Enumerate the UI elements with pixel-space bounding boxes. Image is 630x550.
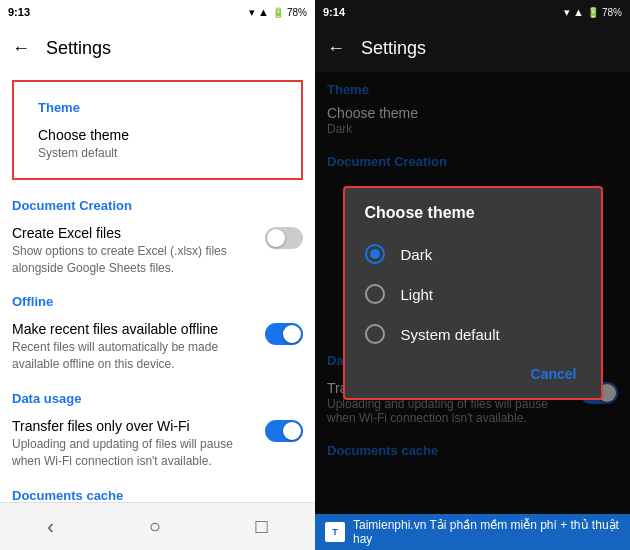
right-back-button[interactable]: ← xyxy=(327,38,345,59)
watermark-logo: T xyxy=(325,522,345,542)
offline-label: Offline xyxy=(0,284,315,313)
right-time: 9:14 xyxy=(323,6,345,18)
theme-dark-label: Dark xyxy=(401,246,433,263)
data-usage-label: Data usage xyxy=(0,381,315,410)
theme-section-label: Theme xyxy=(26,90,289,119)
choose-theme-dialog: Choose theme Dark Light System default C… xyxy=(343,186,603,400)
dialog-title: Choose theme xyxy=(345,204,601,234)
signal-icon: ▲ xyxy=(258,6,269,18)
offline-row[interactable]: Make recent files available offline Rece… xyxy=(0,313,315,381)
wifi-icon: ▾ xyxy=(249,6,255,19)
nav-back-btn[interactable]: ‹ xyxy=(47,515,54,538)
offline-desc: Recent files will automatically be made … xyxy=(12,339,257,373)
doc-creation-label: Document Creation xyxy=(0,188,315,217)
left-status-icons: ▾ ▲ 🔋 78% xyxy=(249,6,307,19)
docs-cache-label: Documents cache xyxy=(0,478,315,502)
create-excel-title: Create Excel files xyxy=(12,225,257,241)
left-bottom-nav: ‹ ○ □ xyxy=(0,502,315,550)
left-page-title: Settings xyxy=(46,38,111,59)
create-excel-row[interactable]: Create Excel files Show options to creat… xyxy=(0,217,315,285)
theme-option-dark[interactable]: Dark xyxy=(345,234,601,274)
right-wifi-icon: ▾ xyxy=(564,6,570,19)
battery-icon: 🔋 xyxy=(272,7,284,18)
dialog-actions: Cancel xyxy=(345,354,601,390)
wifi-row[interactable]: Transfer files only over Wi-Fi Uploading… xyxy=(0,410,315,478)
dialog-cancel-button[interactable]: Cancel xyxy=(523,362,585,386)
right-page-title: Settings xyxy=(361,38,426,59)
wifi-text: Transfer files only over Wi-Fi Uploading… xyxy=(12,418,257,470)
radio-dark xyxy=(365,244,385,264)
create-excel-desc: Show options to create Excel (.xlsx) fil… xyxy=(12,243,257,277)
choose-theme-item[interactable]: Choose theme System default xyxy=(26,119,289,170)
nav-menu-btn[interactable]: □ xyxy=(256,515,268,538)
battery-percent: 78% xyxy=(287,7,307,18)
choose-theme-title: Choose theme xyxy=(38,127,277,143)
offline-toggle[interactable] xyxy=(265,323,303,345)
offline-text: Make recent files available offline Rece… xyxy=(12,321,257,373)
offline-title: Make recent files available offline xyxy=(12,321,257,337)
right-battery-percent: 78% xyxy=(602,7,622,18)
left-time: 9:13 xyxy=(8,6,30,18)
create-excel-toggle[interactable] xyxy=(265,227,303,249)
right-status-icons: ▾ ▲ 🔋 78% xyxy=(564,6,622,19)
radio-light xyxy=(365,284,385,304)
radio-dark-inner xyxy=(370,249,380,259)
left-panel: 9:13 ▾ ▲ 🔋 78% ← Settings Theme Choose t… xyxy=(0,0,315,550)
choose-theme-value: System default xyxy=(38,145,277,162)
right-signal-icon: ▲ xyxy=(573,6,584,18)
wifi-desc: Uploading and updating of files will pau… xyxy=(12,436,257,470)
theme-section-box: Theme Choose theme System default xyxy=(12,80,303,180)
left-toolbar: ← Settings xyxy=(0,24,315,72)
wifi-title: Transfer files only over Wi-Fi xyxy=(12,418,257,434)
nav-home-btn[interactable]: ○ xyxy=(149,515,161,538)
theme-option-system[interactable]: System default xyxy=(345,314,601,354)
theme-system-label: System default xyxy=(401,326,500,343)
left-back-button[interactable]: ← xyxy=(12,38,30,59)
watermark-bar: T Taimienphi.vn Tải phần mềm miễn phí + … xyxy=(315,514,630,550)
watermark-text: Taimienphi.vn Tải phần mềm miễn phí + th… xyxy=(353,518,620,546)
wifi-toggle[interactable] xyxy=(265,420,303,442)
right-toolbar: ← Settings xyxy=(315,24,630,72)
right-battery-icon: 🔋 xyxy=(587,7,599,18)
right-status-bar: 9:14 ▾ ▲ 🔋 78% xyxy=(315,0,630,24)
right-panel: 9:14 ▾ ▲ 🔋 78% ← Settings Theme Choose t… xyxy=(315,0,630,550)
radio-system xyxy=(365,324,385,344)
create-excel-text: Create Excel files Show options to creat… xyxy=(12,225,257,277)
left-status-bar: 9:13 ▾ ▲ 🔋 78% xyxy=(0,0,315,24)
dialog-overlay: Choose theme Dark Light System default C… xyxy=(315,72,630,514)
theme-option-light[interactable]: Light xyxy=(345,274,601,314)
theme-light-label: Light xyxy=(401,286,434,303)
left-settings-content: Theme Choose theme System default Docume… xyxy=(0,72,315,502)
